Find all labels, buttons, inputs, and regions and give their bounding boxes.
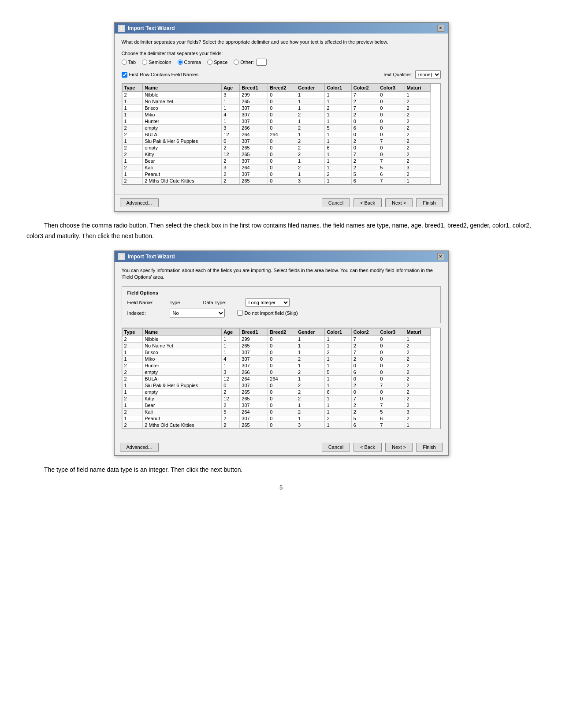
table-cell: 1	[325, 362, 351, 369]
table-cell: 307	[240, 105, 268, 112]
radio-comma[interactable]: Comma	[178, 60, 201, 65]
table-cell: 7	[351, 151, 378, 158]
table-cell: Hunter	[143, 118, 222, 125]
table-row: 2BULAI1226426411002	[122, 375, 430, 382]
table-cell: 265	[240, 395, 268, 402]
table-cell: empty	[143, 125, 222, 131]
table-cell: 2	[405, 171, 430, 178]
table-cell: 2	[351, 382, 378, 388]
table-row: 22 Mths Old Cute Kitties2265031671	[122, 422, 430, 428]
col-name: Name	[143, 84, 222, 92]
radio-semicolon[interactable]: Semicolon	[142, 60, 171, 65]
finish-button-2[interactable]: Finish	[416, 443, 442, 452]
d2-col-maturi: Maturi	[405, 328, 430, 336]
advanced-button-1[interactable]: Advanced...	[120, 198, 159, 207]
next-button-1[interactable]: Next >	[385, 198, 413, 207]
table-cell: 2	[405, 415, 430, 422]
cancel-button-2[interactable]: Cancel	[322, 443, 350, 452]
table-cell: 1	[122, 105, 143, 112]
table-cell: 1	[296, 402, 324, 408]
fieldopts-row2: Indexed: No Yes (Duplicates OK) Yes (No …	[127, 309, 435, 317]
close-button-2[interactable]: ×	[437, 253, 444, 260]
dialog1: ◫ Import Text Wizard × What delimiter se…	[114, 22, 449, 212]
radio-tab-input[interactable]	[122, 60, 127, 65]
finish-button-1[interactable]: Finish	[416, 198, 442, 207]
table-cell: 3	[222, 125, 240, 131]
table-cell: 264	[240, 408, 268, 415]
text-qualifier-select[interactable]: {none} " '	[415, 70, 441, 79]
table-cell: 2	[405, 349, 430, 355]
indexed-select[interactable]: No Yes (Duplicates OK) Yes (No Duplicate…	[170, 309, 225, 317]
table-row: 2Kali5264021253	[122, 408, 430, 415]
advanced-button-2[interactable]: Advanced...	[120, 443, 159, 452]
data-type-select[interactable]: Long Integer Text Double Date/Time	[246, 298, 290, 307]
d2-col-type: Type	[122, 328, 143, 336]
col-gender: Gender	[296, 84, 324, 92]
table-cell: 265	[240, 151, 268, 158]
radio-space-input[interactable]	[207, 60, 212, 65]
preview-table-2: Type Name Age Breed1 Breed2 Gender Color…	[122, 328, 431, 429]
table-cell: 2	[122, 164, 143, 171]
radio-tab[interactable]: Tab	[122, 60, 136, 65]
table-cell: 1	[325, 422, 351, 428]
table-cell: 4	[222, 355, 240, 362]
table-cell: 0	[268, 402, 296, 408]
table-cell: 7	[351, 105, 378, 112]
dialog1-desc: What delimiter separates your fields? Se…	[122, 39, 441, 45]
table-cell: 3	[296, 178, 324, 184]
table-cell: 0	[378, 355, 405, 362]
table-cell: 12	[222, 395, 240, 402]
table-cell: 2	[122, 395, 143, 402]
table-cell: 1	[222, 118, 240, 125]
table-cell: 12	[222, 375, 240, 382]
table-cell: 2	[296, 382, 324, 388]
table-cell: 2	[222, 158, 240, 164]
table-cell: 2	[405, 355, 430, 362]
table-cell: 0	[351, 145, 378, 151]
table-cell: 12	[222, 151, 240, 158]
table-cell: 0	[268, 98, 296, 105]
other-text-input[interactable]	[256, 59, 267, 66]
table-cell: Brisco	[143, 105, 222, 112]
table-cell: 7	[351, 336, 378, 342]
table-cell: 307	[240, 382, 268, 388]
cancel-button-1[interactable]: Cancel	[322, 198, 350, 207]
table-cell: 1	[325, 355, 351, 362]
table-cell: empty	[143, 388, 222, 395]
first-row-checkbox[interactable]	[122, 72, 127, 78]
table-cell: 0	[268, 151, 296, 158]
close-button[interactable]: ×	[437, 25, 444, 32]
table-cell: 2	[222, 388, 240, 395]
radio-other-input[interactable]	[234, 60, 239, 65]
table-cell: 1	[296, 118, 324, 125]
table-cell: 0	[351, 362, 378, 369]
radio-space[interactable]: Space	[207, 60, 227, 65]
table-cell: 264	[240, 131, 268, 138]
d2-col-breed2: Breed2	[268, 328, 296, 336]
radio-semicolon-input[interactable]	[142, 60, 147, 65]
next-button-2[interactable]: Next >	[385, 443, 413, 452]
do-not-import-checkbox[interactable]	[237, 310, 243, 316]
back-button-1[interactable]: < Back	[354, 198, 382, 207]
table-cell: 1	[122, 388, 143, 395]
text-qualifier-label: Text Qualifier:	[383, 72, 412, 77]
table-cell: 1	[222, 336, 240, 342]
footer-right-1: Cancel < Back Next > Finish	[322, 198, 443, 207]
table-cell: 1	[325, 342, 351, 349]
back-button-2[interactable]: < Back	[354, 443, 382, 452]
table-cell: Peanut	[143, 415, 222, 422]
table-cell: Miko	[143, 355, 222, 362]
table-cell: 264	[268, 375, 296, 382]
table-cell: 2	[405, 98, 430, 105]
radio-other[interactable]: Other:	[234, 59, 267, 66]
table-row: 1Hunter1307011002	[122, 118, 430, 125]
first-row-checkbox-label[interactable]: First Row Contains Field Names	[122, 72, 199, 78]
table-cell: 265	[240, 422, 268, 428]
table-cell: 2	[122, 422, 143, 428]
table-cell: 0	[222, 138, 240, 145]
table-cell: 2	[405, 395, 430, 402]
table-cell: 2	[325, 415, 351, 422]
table-row: 1Peanut2307012562	[122, 415, 430, 422]
radio-comma-input[interactable]	[178, 60, 183, 65]
do-not-import-label[interactable]: Do not import field (Skip)	[237, 310, 298, 316]
